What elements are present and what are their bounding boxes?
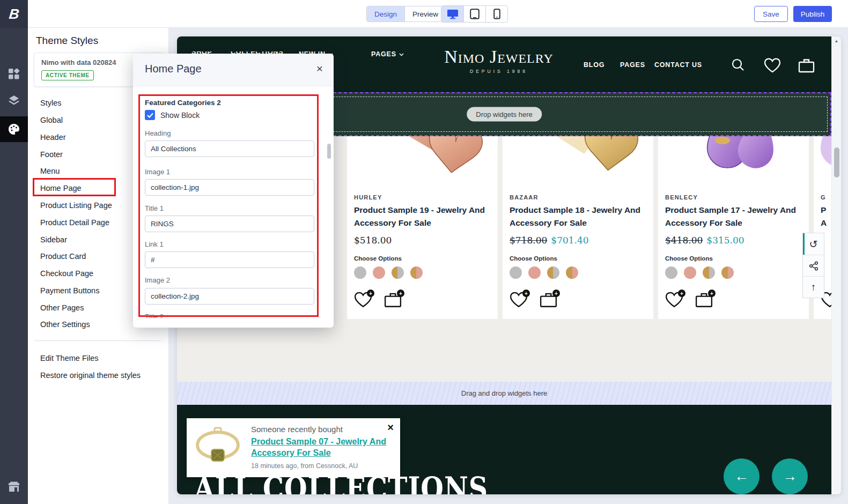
add-to-cart-button[interactable]: +: [695, 292, 714, 311]
cart-bag-icon[interactable]: [798, 58, 815, 73]
product-title[interactable]: PA: [821, 204, 831, 229]
nav-contact-us[interactable]: CONTACT US: [654, 61, 702, 69]
carousel-prev-button[interactable]: ←: [724, 458, 759, 494]
drag-drop-widget-strip[interactable]: Drag and drop widgets here: [177, 382, 831, 405]
close-icon[interactable]: ×: [387, 421, 394, 434]
panel-item-product-listing-page[interactable]: Product Listing Page: [40, 201, 112, 210]
nav-pages-2[interactable]: PAGES: [620, 61, 645, 69]
swatch-gold-gray[interactable]: [392, 266, 404, 279]
modal-scrollbar-thumb[interactable]: [327, 144, 331, 159]
widgets-icon: [9, 69, 20, 80]
panel-item-product-card[interactable]: Product Card: [40, 252, 86, 261]
preview-tab[interactable]: Preview: [404, 6, 446, 21]
close-icon[interactable]: ×: [316, 62, 323, 75]
panel-item-sidebar[interactable]: Sidebar: [40, 235, 67, 244]
layers-icon: [8, 95, 20, 106]
swatch-rose[interactable]: [684, 266, 696, 279]
product-card[interactable]: BENLECY Product Sample 17 - Jewelry And …: [658, 136, 809, 319]
product-card[interactable]: HURLEY Product Sample 19 - Jewelry And A…: [347, 136, 498, 319]
store-logo-subtitle: DEPUIS 1988: [408, 69, 590, 74]
tablet-device-button[interactable]: [463, 6, 485, 22]
panel-item-other-pages[interactable]: Other Pages: [40, 303, 84, 312]
image1-label: Image 1: [145, 168, 170, 176]
product-title[interactable]: Product Sample 18 - Jewelry And Accessor…: [510, 204, 648, 229]
title1-input[interactable]: [145, 216, 314, 232]
panel-item-menu[interactable]: Menu: [40, 167, 60, 175]
swatch-rose[interactable]: [528, 266, 541, 279]
add-to-wishlist-button[interactable]: +: [354, 292, 373, 311]
product-price: $718.00$701.40: [510, 235, 589, 246]
store-logo[interactable]: Nimo Jewelry DEPUIS 1988: [408, 47, 590, 74]
preview-scrollbar[interactable]: ▲: [831, 36, 841, 494]
mobile-device-button[interactable]: [485, 6, 507, 22]
swatch-gold-rose[interactable]: [721, 266, 734, 279]
scrollbar-up-arrow[interactable]: ▲: [832, 39, 841, 43]
swatch-gray[interactable]: [510, 266, 522, 279]
panel-item-home-page[interactable]: Home Page: [40, 184, 82, 192]
swatch-gold-rose[interactable]: [566, 266, 578, 279]
panel-item-product-detail-page[interactable]: Product Detail Page: [40, 218, 109, 227]
add-to-cart-button[interactable]: +: [384, 292, 403, 311]
panel-item-global[interactable]: Global: [40, 116, 63, 124]
product-title[interactable]: Product Sample 19 - Jewelry And Accessor…: [354, 204, 492, 229]
panel-item-payment-buttons[interactable]: Payment Buttons: [40, 286, 99, 295]
history-button[interactable]: ↺: [803, 233, 824, 255]
drop-widgets-pill[interactable]: Drop widgets here: [467, 107, 542, 122]
swatch-gray[interactable]: [354, 266, 366, 279]
product-title[interactable]: Product Sample 17 - Jewelry And Accessor…: [665, 204, 803, 229]
plus-icon: +: [367, 290, 374, 297]
product-brand: HURLEY: [354, 194, 382, 201]
panel-item-other-settings[interactable]: Other Settings: [40, 320, 90, 329]
arrow-left-icon: ←: [734, 468, 749, 485]
theme-styles-nav-button[interactable]: [0, 116, 28, 142]
panel-item-styles[interactable]: Styles: [40, 99, 62, 107]
swatch-row: [665, 266, 734, 279]
swatch-gold-rose[interactable]: [410, 266, 423, 279]
nav-blog[interactable]: BLOG: [584, 61, 604, 69]
restore-theme-link[interactable]: Restore original theme styles: [40, 371, 141, 380]
bigcommerce-logo[interactable]: B: [0, 0, 28, 28]
product-price: $418.00$315.00: [665, 235, 744, 246]
plus-icon: +: [552, 290, 560, 297]
layers-nav-button[interactable]: [0, 87, 28, 113]
panel-item-footer[interactable]: Footer: [40, 150, 63, 159]
show-block-checkbox[interactable]: [145, 110, 155, 120]
panel-item-checkout-page[interactable]: Checkout Page: [40, 269, 93, 278]
image1-input[interactable]: [145, 179, 314, 196]
scrollbar-thumb[interactable]: [834, 147, 839, 177]
scroll-to-top-button[interactable]: ↑: [803, 276, 824, 298]
add-to-wishlist-button[interactable]: +: [665, 292, 684, 311]
panel-divider: [34, 340, 161, 341]
widgets-nav-button[interactable]: [0, 61, 28, 87]
wishlist-heart-icon[interactable]: [764, 58, 781, 73]
share-button[interactable]: [803, 255, 824, 276]
add-to-wishlist-button[interactable]: +: [510, 292, 529, 311]
heading-input[interactable]: [145, 140, 314, 157]
recently-bought-product-link[interactable]: Product Sample 07 - Jewelry And Accessor…: [251, 436, 389, 458]
desktop-device-button[interactable]: [441, 6, 463, 22]
preview-floating-toolbar: ↺ ↑: [802, 233, 824, 298]
swatch-gold-gray[interactable]: [703, 266, 715, 279]
original-price: $718.00: [510, 235, 547, 246]
product-brand: BENLECY: [665, 194, 698, 201]
panel-title: Theme Styles: [36, 35, 98, 47]
carousel-next-button[interactable]: →: [772, 458, 808, 494]
panel-item-header[interactable]: Header: [40, 133, 66, 142]
storefront-nav-button[interactable]: [0, 474, 28, 500]
image2-input[interactable]: [145, 288, 314, 305]
swatch-gray[interactable]: [665, 266, 677, 279]
show-block-label: Show Block: [160, 111, 200, 120]
product-card[interactable]: BAZAAR Product Sample 18 - Jewelry And A…: [503, 136, 653, 319]
edit-theme-files-link[interactable]: Edit Theme Files: [40, 354, 99, 362]
desktop-icon: [447, 9, 459, 19]
search-icon[interactable]: [731, 58, 745, 72]
add-to-cart-button[interactable]: +: [540, 292, 559, 311]
save-button[interactable]: Save: [754, 6, 788, 22]
swatch-rose[interactable]: [373, 266, 385, 279]
help-button[interactable]: ?: [0, 501, 28, 504]
link1-input[interactable]: [145, 251, 314, 268]
design-tab[interactable]: Design: [367, 6, 404, 21]
swatch-gold-gray[interactable]: [547, 266, 559, 279]
publish-button[interactable]: Publish: [793, 6, 832, 22]
nav-pages[interactable]: PAGES: [371, 50, 404, 58]
